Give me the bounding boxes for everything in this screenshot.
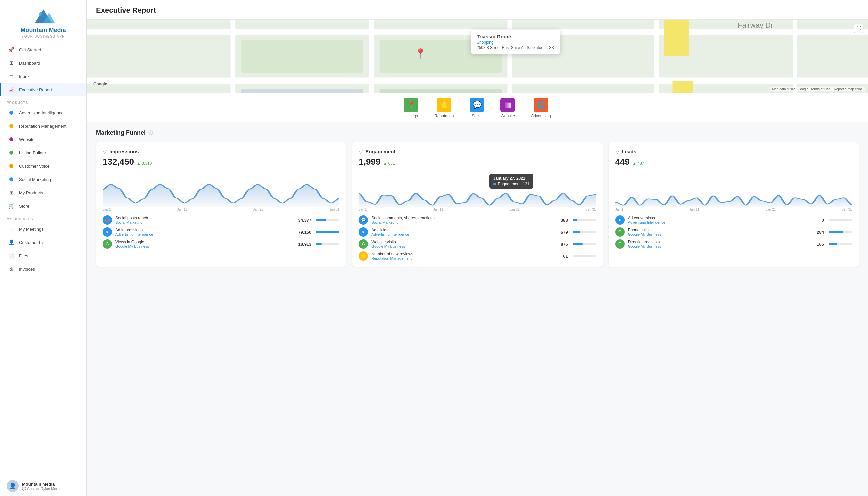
leads-rows: ➤ Ad conversions Advertising Intelligenc… bbox=[615, 215, 852, 249]
store-icon: 🛒 bbox=[8, 202, 15, 210]
social-icon: 💬 bbox=[470, 98, 484, 112]
svg-point-3 bbox=[9, 111, 13, 115]
sidebar-nav: 🚀Get Started⊞Dashboard□Inbox📈Executive R… bbox=[0, 43, 86, 96]
nav-icon-social[interactable]: 💬 Social bbox=[470, 98, 484, 118]
sidebar-item-executive-report[interactable]: 📈Executive Report bbox=[0, 83, 86, 96]
sidebar-user: 👤 Mountain Media 💬 Contact Rylan Morris bbox=[0, 476, 86, 496]
user-sub: 💬 Contact Rylan Morris bbox=[22, 487, 61, 491]
sidebar-logo: Mountain Media YOUR BUSINESS APP bbox=[0, 0, 86, 43]
funnel-columns: ▽ Impressions 132,450 ▲ 3,310 Jan 1Jan 1… bbox=[96, 142, 859, 267]
website-icon bbox=[8, 136, 15, 143]
svg-rect-17 bbox=[241, 40, 364, 73]
row-icon: G bbox=[615, 239, 625, 249]
sidebar-item-reputation-management[interactable]: Reputation Management bbox=[0, 119, 86, 133]
popup-business-name: Triassic Goods bbox=[477, 34, 554, 39]
sidebar-item-customer-voice[interactable]: Customer Voice bbox=[0, 159, 86, 173]
brand-logo bbox=[32, 8, 55, 25]
sidebar-label: Files bbox=[19, 253, 28, 258]
map-attribution: Map data ©2021 Google Terms of Use Repor… bbox=[771, 87, 865, 91]
map-pin[interactable]: 📍 bbox=[415, 48, 426, 59]
sidebar: Mountain Media YOUR BUSINESS APP 🚀Get St… bbox=[0, 0, 86, 496]
engagement-funnel-icon: ▽ bbox=[359, 148, 363, 155]
sidebar-item-website[interactable]: Website bbox=[0, 133, 86, 146]
funnel-row-item: ➤ Ad clicks Advertising Intelligence 679 bbox=[359, 227, 596, 237]
svg-text:Fairway Dr: Fairway Dr bbox=[738, 21, 773, 29]
report-error-link[interactable]: Report a map error bbox=[834, 87, 862, 91]
funnel-col-leads: ▽ Leads 449 ▲ 487 Jan 1Jan 11Jan 21Jan 3… bbox=[609, 142, 859, 267]
user-name: Mountain Media bbox=[22, 482, 61, 487]
fullscreen-button[interactable]: ⛶ bbox=[854, 24, 863, 33]
inbox-icon: □ bbox=[8, 73, 15, 80]
engagement-title: Engagement bbox=[365, 149, 395, 154]
sidebar-label: Get Started bbox=[19, 47, 41, 52]
sidebar-item-advertising-intelligence[interactable]: Advertising Intelligence bbox=[0, 106, 86, 119]
svg-rect-22 bbox=[673, 81, 693, 93]
customer-voice-icon bbox=[8, 162, 15, 170]
engagement-delta: ▲ 681 bbox=[383, 161, 395, 166]
nav-icons-row: 📍 Listings ⭐ Reputation 💬 Social ▦ Websi… bbox=[86, 93, 868, 122]
funnel-row-item: 💬 Social comments, shares, reactions Soc… bbox=[359, 215, 596, 225]
sidebar-label: Customer Voice bbox=[19, 164, 50, 169]
popup-address: 2508 8 Street East Suite A , Saskatoon ,… bbox=[477, 45, 554, 50]
leads-funnel-icon: ▽ bbox=[615, 148, 619, 155]
info-icon[interactable]: ⓘ bbox=[148, 130, 153, 136]
nav-icon-reputation[interactable]: ⭐ Reputation bbox=[434, 98, 454, 118]
popup-category: Shopping bbox=[477, 40, 554, 45]
brand-sub: YOUR BUSINESS APP bbox=[22, 35, 65, 38]
row-icon: ➤ bbox=[102, 227, 112, 237]
impressions-title: Impressions bbox=[109, 149, 139, 154]
impressions-rows: 📣 Social posts reach Social Marketing 34… bbox=[102, 215, 339, 249]
sidebar-label: Invoices bbox=[19, 267, 35, 272]
brand-name: Mountain Media bbox=[7, 27, 80, 34]
nav-icon-website[interactable]: ▦ Website bbox=[500, 98, 515, 118]
sidebar-label: Store bbox=[19, 204, 29, 209]
listings-label: Listings bbox=[404, 114, 418, 118]
funnel-section: Marketing Funnel ⓘ ▽ Impressions 132,450… bbox=[86, 122, 868, 274]
my-products-icon: ⊞ bbox=[8, 189, 15, 196]
impressions-funnel-icon: ▽ bbox=[102, 148, 107, 155]
nav-icon-listings[interactable]: 📍 Listings bbox=[404, 98, 418, 118]
svg-point-8 bbox=[9, 177, 13, 181]
row-icon: 📣 bbox=[102, 215, 112, 225]
social-marketing-icon bbox=[8, 176, 15, 183]
leads-delta: ▲ 487 bbox=[632, 161, 644, 166]
sidebar-item-my-meetings[interactable]: □My Meetings bbox=[0, 222, 86, 236]
row-icon: ➤ bbox=[615, 215, 625, 225]
sidebar-item-my-products[interactable]: ⊞My Products bbox=[0, 186, 86, 199]
funnel-col-engagement: ▽ Engagement 1,999 ▲ 681 January 27, 202… bbox=[352, 142, 602, 267]
svg-point-4 bbox=[9, 124, 13, 128]
sidebar-label: Dashboard bbox=[19, 61, 40, 66]
main-header: Executive Report bbox=[86, 0, 868, 20]
main-content: Executive Report GROSVENOR PARK Fairway … bbox=[86, 0, 868, 496]
sidebar-item-customer-list[interactable]: 👤Customer List bbox=[0, 236, 86, 249]
sidebar-item-files[interactable]: 📄Files bbox=[0, 249, 86, 262]
svg-point-6 bbox=[9, 151, 13, 155]
funnel-row-item: ➤ Ad impressions Advertising Intelligenc… bbox=[102, 227, 339, 237]
sidebar-mybusiness: □My Meetings👤Customer List📄Files$Invoice… bbox=[0, 222, 86, 276]
sidebar-label: Social Marketing bbox=[19, 177, 51, 182]
row-icon: 💬 bbox=[359, 215, 368, 225]
terms-link[interactable]: Terms of Use bbox=[811, 87, 830, 91]
leads-title: Leads bbox=[622, 149, 636, 154]
funnel-row-item: G Direction requests Google My Business … bbox=[615, 239, 852, 249]
map-section: GROSVENOR PARK Fairway Dr 📍 Triassic Goo… bbox=[86, 20, 868, 93]
sidebar-products: Advertising IntelligenceReputation Manag… bbox=[0, 106, 86, 213]
sidebar-item-get-started[interactable]: 🚀Get Started bbox=[0, 43, 86, 56]
funnel-row-item: G Website visits Google My Business 876 bbox=[359, 239, 596, 249]
nav-icon-advertising[interactable]: 🌐 Advertising bbox=[531, 98, 550, 118]
page-title: Executive Report bbox=[96, 6, 859, 15]
sidebar-item-listing-builder[interactable]: Listing Builder bbox=[0, 146, 86, 159]
my-meetings-icon: □ bbox=[8, 225, 15, 233]
sidebar-item-social-marketing[interactable]: Social Marketing bbox=[0, 173, 86, 186]
sidebar-label: My Products bbox=[19, 190, 43, 195]
sidebar-item-invoices[interactable]: $Invoices bbox=[0, 262, 86, 276]
svg-point-5 bbox=[9, 137, 13, 141]
sidebar-item-inbox[interactable]: □Inbox bbox=[0, 70, 86, 83]
engagement-rows: 💬 Social comments, shares, reactions Soc… bbox=[359, 215, 596, 261]
sidebar-item-dashboard[interactable]: ⊞Dashboard bbox=[0, 56, 86, 70]
google-logo: Google bbox=[93, 82, 107, 86]
svg-rect-19 bbox=[241, 89, 364, 93]
social-label: Social bbox=[472, 114, 483, 118]
sidebar-item-store[interactable]: 🛒Store bbox=[0, 199, 86, 213]
customer-list-icon: 👤 bbox=[8, 239, 15, 246]
